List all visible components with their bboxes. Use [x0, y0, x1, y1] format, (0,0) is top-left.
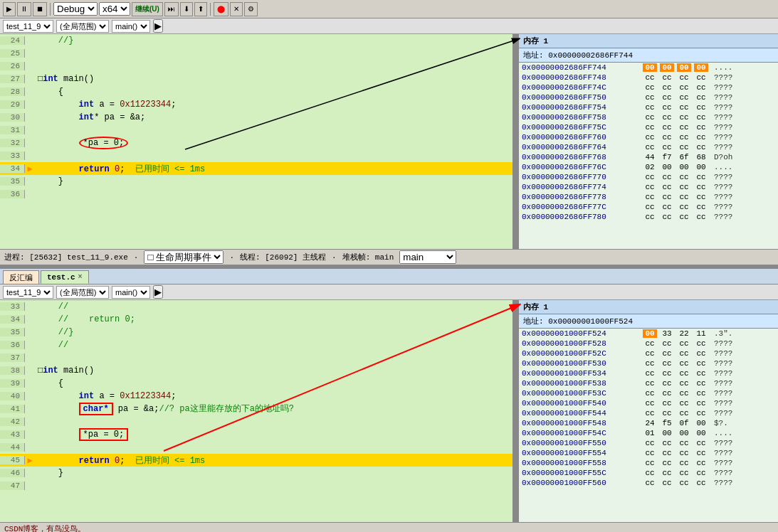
mem-byte-15-3: cc [694, 213, 708, 221]
mem-byte-14-2: cc [677, 203, 691, 211]
b-line-num-44: 44 [0, 443, 25, 452]
mem-chars-14: ???? [714, 203, 732, 211]
mem-chars-8: ???? [714, 409, 732, 417]
mem-addr-14: 0x00000001000FF55C [522, 469, 643, 477]
settings-btn[interactable]: ⚙ [244, 2, 258, 16]
b-code-line-34: 34 // return 0; [0, 313, 512, 326]
bottom-scope-select[interactable]: (全局范围) [56, 286, 109, 299]
bottom-code-scroll[interactable]: 33 // 34 // return 0; 35 //} [0, 300, 512, 522]
mem-byte-3-2: cc [677, 93, 691, 102]
mem-byte-9-1: f7 [660, 153, 674, 161]
arch-select[interactable]: x64 [99, 2, 130, 16]
vertical-divider-bottom[interactable] [512, 300, 518, 522]
mem-byte-15-2: cc [677, 213, 691, 221]
debug-select[interactable]: Debug [53, 2, 98, 16]
mem-bytes-7: cccccccc [643, 399, 714, 408]
mem-chars-3: ???? [714, 359, 732, 368]
mem-addr-8: 0x00000002686FF764 [522, 143, 643, 151]
top-code-scroll[interactable]: 24 //} 25 26 27 [0, 34, 512, 249]
top-project-select[interactable]: test_11_9 [3, 20, 53, 33]
step-in-btn[interactable]: ⬇ [180, 2, 193, 16]
bottom-scroll-right-btn[interactable]: ▶ [153, 285, 163, 299]
line-num-29: 29 [0, 100, 25, 109]
bottom-func-select[interactable]: main() [112, 286, 150, 299]
mem-byte-6-3: cc [694, 389, 708, 398]
mem-byte-9-0: 44 [643, 153, 657, 161]
top-status-bar: 进程: [25632] test_11_9.exe · □ 生命周期事件 · 线… [0, 249, 778, 265]
mem-addr-5: 0x00000002686FF758 [522, 113, 643, 122]
vertical-divider-top[interactable] [512, 34, 518, 249]
b-line-num-42: 42 [0, 417, 25, 426]
code-line-26: 26 [0, 60, 512, 73]
mem-byte-7-2: cc [677, 399, 691, 408]
mem-byte-13-3: cc [694, 459, 708, 467]
line-num-26: 26 [0, 62, 25, 70]
bottom-project-select[interactable]: test_11_9 [3, 286, 53, 299]
b-line-num-41: 41 [0, 405, 25, 413]
mem-addr-7: 0x00000002686FF760 [522, 133, 643, 142]
mem-addr-13: 0x00000001000FF558 [522, 459, 643, 467]
mem-chars-11: ???? [714, 439, 732, 447]
mem-byte-10-2: 00 [677, 429, 691, 437]
frame-select[interactable]: main [399, 250, 456, 264]
tab-test-c-label: test.c [47, 273, 75, 282]
b-code-line-45: 45 ▶ return 0; 已用时间 <= 1ms [0, 454, 512, 467]
mem-byte-0-1: 33 [660, 329, 674, 338]
mem-addr-3: 0x00000002686FF750 [522, 93, 643, 102]
toolbar-btn-1[interactable]: ▶ [3, 2, 16, 16]
mem-chars-4: ???? [714, 103, 732, 112]
separator-status2: · [229, 253, 234, 262]
memory-row-9: 0x00000002686FF76844f76f68 D?oh [519, 152, 778, 162]
code-line-24: 24 //} [0, 34, 512, 47]
mem-byte-3-0: cc [643, 93, 657, 102]
continue-button[interactable]: 继续(U) [132, 2, 163, 16]
mem-chars-12: ???? [714, 183, 732, 191]
mem-bytes-14: cccccccc [643, 469, 714, 477]
mem-byte-4-2: cc [677, 369, 691, 378]
toolbar-btn-2[interactable]: ⏸ [17, 2, 31, 16]
line-content-34: return 0; 已用时间 <= 1ms [35, 163, 512, 175]
b-line-num-46: 46 [0, 469, 25, 477]
code-line-30: 30 int* pa = &a; [0, 111, 512, 124]
event-select[interactable]: □ 生命周期事件 [144, 250, 224, 264]
line-marker-34: ▶ [25, 164, 35, 174]
b-line-num-37: 37 [0, 353, 25, 362]
scroll-right-btn[interactable]: ▶ [153, 19, 163, 33]
mem-byte-15-2: cc [677, 479, 691, 487]
mem-byte-1-3: cc [694, 73, 708, 82]
mem-bytes-5: cccccccc [643, 379, 714, 388]
memory-row-1: 0x00000001000FF528cccccccc ???? [519, 339, 778, 349]
mem-addr-11: 0x00000002686FF770 [522, 173, 643, 181]
step-out-btn[interactable]: ⬆ [194, 2, 207, 16]
memory-row-0: 0x00000002686FF74400000000 .... [519, 63, 778, 73]
line-content-32: *pa = 0; [35, 137, 512, 149]
mem-byte-11-3: cc [694, 173, 708, 181]
b-line-content-36: // [35, 340, 512, 350]
mem-chars-13: ???? [714, 459, 732, 467]
memory-row-4: 0x00000001000FF534cccccccc ???? [519, 368, 778, 378]
top-scope-select[interactable]: (全局范围) [56, 20, 109, 33]
breakpoint-btn[interactable]: ⬤ [214, 2, 228, 16]
line-num-35: 35 [0, 177, 25, 186]
toolbar-btn-3[interactable]: ⏹ [33, 2, 47, 16]
bottom-code-header: test_11_9 (全局范围) main() ▶ [0, 284, 778, 300]
b-line-num-43: 43 [0, 430, 25, 439]
mem-bytes-8: cccccccc [643, 409, 714, 417]
top-func-select[interactable]: main() [112, 20, 150, 33]
mem-bytes-10: 02000000 [643, 163, 714, 171]
tab-test-c[interactable]: test.c × [41, 270, 89, 284]
tab-close-btn[interactable]: × [78, 273, 83, 281]
line-num-24: 24 [0, 36, 25, 45]
tab-disasm[interactable]: 反汇编 [3, 270, 39, 284]
step-over-btn[interactable]: ⏭ [164, 2, 179, 16]
b-code-line-37: 37 [0, 351, 512, 364]
mem-bytes-5: cccccccc [643, 113, 714, 122]
clear-bp-btn[interactable]: ✕ [230, 2, 243, 16]
bottom-panel: 反汇编 test.c × test_11_9 (全局范围) main() ▶ 3… [0, 269, 778, 532]
mem-bytes-3: cccccccc [643, 93, 714, 102]
mem-byte-1-3: cc [694, 339, 708, 348]
memory-row-13: 0x00000002686FF778cccccccc ???? [519, 192, 778, 202]
mem-bytes-7: cccccccc [643, 133, 714, 142]
code-line-34: 34 ▶ return 0; 已用时间 <= 1ms [0, 162, 512, 175]
mem-byte-13-2: cc [677, 193, 691, 201]
